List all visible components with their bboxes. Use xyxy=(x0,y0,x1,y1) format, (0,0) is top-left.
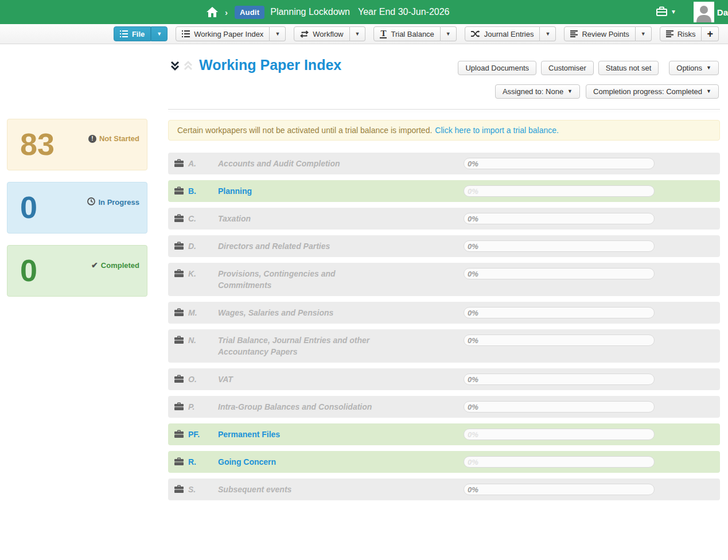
briefcase-icon xyxy=(174,336,184,346)
section-title-link[interactable]: Trial Balance, Journal Entries and other… xyxy=(218,335,379,357)
section-title-link[interactable]: Wages, Salaries and Pensions xyxy=(218,307,379,318)
section-title-link[interactable]: VAT xyxy=(218,374,379,385)
stat-completed[interactable]: 0 ✔ Completed xyxy=(7,245,147,297)
section-row[interactable]: K. Provisions, Contingencies and Commitm… xyxy=(168,263,720,296)
section-title-link[interactable]: Going Concern xyxy=(218,456,379,468)
section-ref: P. xyxy=(188,401,194,413)
trial-balance-label: Trial Balance xyxy=(391,30,434,38)
section-ref: O. xyxy=(188,374,197,385)
journal-entries-dropdown[interactable]: ▼ xyxy=(540,26,556,41)
section-row[interactable]: N. Trial Balance, Journal Entries and ot… xyxy=(168,329,720,363)
section-progress-value: 0% xyxy=(468,270,478,278)
section-progress-value: 0% xyxy=(468,160,478,168)
section-row[interactable]: P. Intra-Group Balances and Consolidatio… xyxy=(168,396,720,418)
briefcase-icon xyxy=(656,6,667,18)
import-trial-balance-link[interactable]: Click here to import a trial balance. xyxy=(435,126,559,135)
section-progress-bar: 0% xyxy=(464,374,655,385)
clock-icon xyxy=(87,197,95,207)
in-progress-label-wrap: In Progress xyxy=(87,197,139,207)
briefcase-icon xyxy=(174,159,184,169)
section-progress-value: 0% xyxy=(468,243,478,250)
file-dropdown-button[interactable]: ▼ xyxy=(151,26,168,41)
review-points-dropdown[interactable]: ▼ xyxy=(636,26,652,41)
risks-button[interactable]: Risks xyxy=(660,26,702,41)
section-ref: N. xyxy=(188,335,196,346)
completed-label-wrap: ✔ Completed xyxy=(91,260,139,270)
section-row[interactable]: D. Directors and Related Parties 0% xyxy=(168,235,720,257)
section-ref: PF. xyxy=(188,429,200,440)
trial-balance-button-group: T Trial Balance ▼ xyxy=(373,26,456,41)
briefcase-icon xyxy=(174,214,184,224)
section-row[interactable]: O. VAT 0% xyxy=(168,368,720,390)
section-title-link[interactable]: Subsequent events xyxy=(218,484,379,495)
section-progress-value: 0% xyxy=(468,337,478,344)
not-started-label: Not Started xyxy=(99,134,139,143)
section-ref: D. xyxy=(188,240,196,252)
engagement-title: Planning Lockdown Year End 30-Jun-2026 xyxy=(270,7,449,17)
page-filters: Assigned to: None ▼ Completion progress:… xyxy=(495,84,719,99)
align-left-icon xyxy=(570,30,578,37)
section-row[interactable]: PF. Permanent Files 0% xyxy=(168,423,720,445)
section-title-link[interactable]: Directors and Related Parties xyxy=(218,240,379,252)
text-height-icon: T xyxy=(380,30,387,38)
journal-entries-button-group: Journal Entries ▼ xyxy=(465,26,556,41)
section-title-link[interactable]: Planning xyxy=(218,185,379,197)
section-progress-value: 0% xyxy=(468,458,478,466)
user-avatar[interactable] xyxy=(694,2,714,22)
file-button-group: File ▼ xyxy=(114,26,168,41)
section-progress-bar: 0% xyxy=(464,484,655,495)
working-paper-index-button[interactable]: Working Paper Index xyxy=(176,26,270,41)
risks-label: Risks xyxy=(678,30,696,38)
assigned-to-filter[interactable]: Assigned to: None ▼ xyxy=(495,84,580,99)
section-row[interactable]: C. Taxation 0% xyxy=(168,208,720,230)
collapse-all-icon[interactable] xyxy=(169,60,181,75)
trial-balance-button[interactable]: T Trial Balance xyxy=(373,26,440,41)
section-row[interactable]: R. Going Concern 0% xyxy=(168,451,720,473)
section-progress-bar: 0% xyxy=(464,240,655,252)
assigned-to-label: Assigned to: None xyxy=(503,87,563,96)
section-title-link[interactable]: Taxation xyxy=(218,213,379,224)
stat-in-progress[interactable]: 0 In Progress xyxy=(7,182,147,234)
section-progress-bar: 0% xyxy=(464,213,655,224)
review-points-button-group: Review Points ▼ xyxy=(564,26,651,41)
section-row[interactable]: S. Subsequent events 0% xyxy=(168,479,720,500)
section-title-link[interactable]: Permanent Files xyxy=(218,429,379,440)
audit-badge[interactable]: Audit xyxy=(235,6,264,19)
risks-add-button[interactable]: + xyxy=(702,26,719,41)
section-title-link[interactable]: Provisions, Contingencies and Commitment… xyxy=(218,268,379,291)
review-points-label: Review Points xyxy=(582,30,629,38)
home-icon[interactable] xyxy=(207,7,218,17)
section-title-link[interactable]: Accounts and Audit Completion xyxy=(218,158,379,169)
review-points-button[interactable]: Review Points xyxy=(564,26,635,41)
section-progress-bar: 0% xyxy=(464,429,655,440)
trial-balance-dropdown[interactable]: ▼ xyxy=(441,26,457,41)
completion-progress-filter[interactable]: Completion progress: Completed ▼ xyxy=(586,84,719,99)
briefcase-menu[interactable]: ▼ xyxy=(656,6,676,18)
expand-all-icon[interactable] xyxy=(182,60,194,75)
customiser-button[interactable]: Customiser xyxy=(541,61,594,75)
upload-documents-button[interactable]: Upload Documents xyxy=(458,61,536,75)
section-row[interactable]: M. Wages, Salaries and Pensions 0% xyxy=(168,302,720,324)
journal-entries-button[interactable]: Journal Entries xyxy=(465,26,540,41)
section-title-link[interactable]: Intra-Group Balances and Consolidation xyxy=(218,401,379,413)
section-progress-bar: 0% xyxy=(464,158,655,169)
options-dropdown-button[interactable]: Options ▼ xyxy=(669,61,719,75)
briefcase-icon xyxy=(174,457,184,468)
client-name: Planning Lockdown xyxy=(270,7,350,17)
align-left-icon xyxy=(666,30,674,37)
status-not-set-button[interactable]: Status not set xyxy=(598,61,659,75)
section-ref: S. xyxy=(188,484,196,495)
user-name[interactable]: Da xyxy=(717,7,728,17)
chevron-down-icon: ▼ xyxy=(567,89,573,94)
risks-button-group: Risks + xyxy=(660,26,719,41)
top-header-bar: › Audit Planning Lockdown Year End 30-Ju… xyxy=(0,0,728,24)
stat-not-started[interactable]: 83 ! Not Started xyxy=(7,119,147,170)
working-paper-index-dropdown[interactable]: ▼ xyxy=(270,26,286,41)
section-row[interactable]: B. Planning 0% xyxy=(168,180,720,202)
in-progress-label: In Progress xyxy=(98,198,139,207)
file-button[interactable]: File xyxy=(114,26,151,41)
workflow-dropdown[interactable]: ▼ xyxy=(350,26,366,41)
file-button-label: File xyxy=(132,30,145,38)
section-row[interactable]: A. Accounts and Audit Completion 0% xyxy=(168,153,720,174)
workflow-button[interactable]: Workflow xyxy=(294,26,349,41)
